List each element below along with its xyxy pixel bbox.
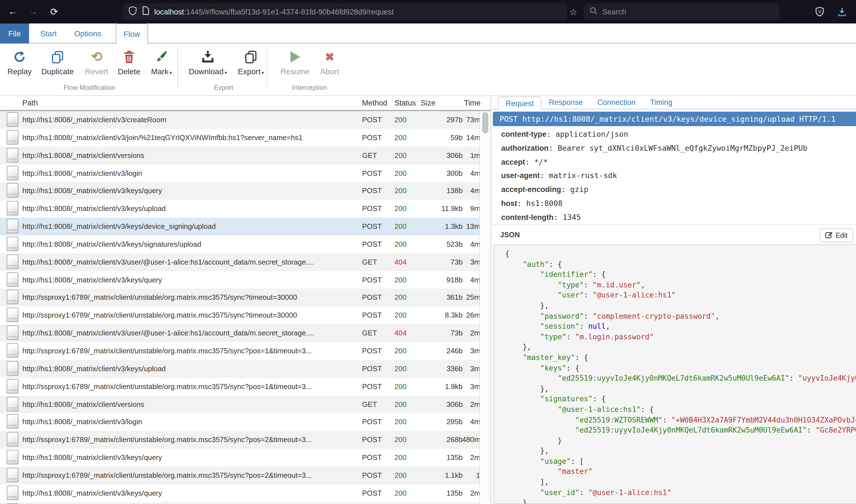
detail-tab-response[interactable]: Response xyxy=(542,96,590,109)
mark-button[interactable]: Mark▾ xyxy=(140,49,183,76)
request-first-line[interactable]: POST http://hs1:8008/_matrix/client/v3/k… xyxy=(493,112,856,126)
column-header-time[interactable]: Time xyxy=(447,99,480,107)
table-row[interactable]: http://ssproxy1:6789/_matrix/client/unst… xyxy=(0,342,479,360)
table-row[interactable]: http://ssproxy1:6789/_matrix/client/unst… xyxy=(0,307,479,325)
header-line[interactable]: accept: */* xyxy=(501,155,853,169)
abort-button[interactable]: ✖ Abort xyxy=(308,49,352,76)
cell-method: GET xyxy=(362,324,391,342)
export-button[interactable]: Export▾ xyxy=(229,49,273,76)
json-line: "user": "@user-1-alice:hs1" xyxy=(505,290,856,301)
table-row[interactable]: http://hs1:8008/_matrix/client/versions … xyxy=(0,395,479,413)
table-row[interactable]: http://hs1:8008/_matrix/client/v3/keys/q… xyxy=(0,182,479,200)
table-row[interactable]: http://ssproxy1:6789/_matrix/client/unst… xyxy=(0,431,479,449)
cell-time: 1ms xyxy=(447,146,484,164)
content-view-bar: JSON Edit xyxy=(491,225,856,245)
tracking-shield-icon[interactable] xyxy=(129,6,137,18)
flow-document-icon xyxy=(7,201,18,215)
table-row[interactable]: http://hs1:8008/_matrix/client/v3/user/@… xyxy=(0,253,479,271)
tab-file[interactable]: File xyxy=(0,23,29,43)
mark-label: Mark▾ xyxy=(151,67,172,76)
column-header-size[interactable]: Size xyxy=(421,99,435,107)
table-row[interactable]: http://hs1:8008/_matrix/client/v3/login … xyxy=(0,164,479,182)
svg-text:V: V xyxy=(818,9,821,14)
flow-detail-pane: RequestResponseConnectionTiming POST htt… xyxy=(491,96,856,504)
table-row[interactable]: http://ssproxy1:6789/_matrix/client/unst… xyxy=(0,467,479,484)
header-line[interactable]: host: hs1:8008 xyxy=(501,196,853,211)
flow-table-header[interactable]: Path Method Status Size Time xyxy=(0,96,491,111)
cell-time: 13ms xyxy=(447,218,484,236)
header-line[interactable]: content-length: 1345 xyxy=(501,210,853,224)
table-row[interactable]: http://hs1:8008/_matrix/client/v3/keys/q… xyxy=(0,271,479,289)
table-row[interactable]: http://hs1:8008/_matrix/client/v3/create… xyxy=(0,111,479,129)
cell-method: POST xyxy=(362,431,391,449)
table-row[interactable]: http://hs1:8008/_matrix/client/v3/keys/u… xyxy=(0,200,479,218)
column-header-status[interactable]: Status xyxy=(394,99,416,107)
tab-start[interactable]: Start xyxy=(36,23,62,43)
back-button[interactable]: ← xyxy=(4,0,21,23)
cell-time: 2ms xyxy=(447,324,484,342)
cell-time: 3ms xyxy=(447,253,484,271)
detail-tab-request[interactable]: Request xyxy=(498,96,542,110)
group-caption-interception: Interception xyxy=(292,84,327,92)
table-row[interactable]: http://hs1:8008/_matrix/client/versions … xyxy=(0,146,479,164)
json-line: "type": "m.login.password" xyxy=(505,332,856,342)
duplicate-button[interactable]: Duplicate xyxy=(36,49,79,76)
cell-time: 4ms xyxy=(447,271,484,289)
reload-button[interactable]: ⟳ xyxy=(46,0,63,23)
cell-method: POST xyxy=(362,467,391,484)
cell-path: http://ssproxy1:6789/_matrix/client/unst… xyxy=(22,467,358,484)
json-line: }, xyxy=(505,446,856,456)
bookmark-star-icon[interactable]: ☆ xyxy=(565,0,581,23)
search-bar[interactable]: Search xyxy=(584,3,780,20)
page-info-icon[interactable] xyxy=(142,6,149,17)
table-row[interactable]: http://ssproxy1:6789/_matrix/client/unst… xyxy=(0,378,479,395)
table-row[interactable]: http://hs1:8008/_matrix/client/v3/keys/q… xyxy=(0,449,479,467)
play-icon xyxy=(290,49,300,64)
table-row[interactable]: http://hs1:8008/_matrix/client/v3/keys/d… xyxy=(0,218,479,236)
trash-icon xyxy=(123,49,135,64)
replay-button[interactable]: Replay xyxy=(0,49,41,76)
table-row[interactable]: http://hs1:8008/_matrix/client/v3/keys/u… xyxy=(0,360,479,378)
detail-tab-connection[interactable]: Connection xyxy=(590,96,643,109)
json-body[interactable]: { "auth": { "identifier": { "type": "m.i… xyxy=(493,245,856,504)
forward-button[interactable]: → xyxy=(24,0,41,23)
url-bar[interactable]: localhost:1445/#/flows/fba5f13d-91e1-437… xyxy=(123,3,567,20)
edit-button[interactable]: Edit xyxy=(820,228,853,242)
table-row[interactable]: http://hs1:8008/_matrix/client/v3/keys/s… xyxy=(0,236,479,253)
tab-flow[interactable]: Flow xyxy=(116,23,148,44)
flow-document-icon xyxy=(7,414,18,429)
detail-tab-timing[interactable]: Timing xyxy=(643,96,680,109)
table-scrollbar[interactable] xyxy=(479,111,491,504)
cell-method: GET xyxy=(362,395,391,413)
table-row[interactable]: http://hs1:8008/_matrix/client/v3/join/%… xyxy=(0,129,479,147)
search-icon xyxy=(589,6,598,17)
cell-method: POST xyxy=(362,200,391,218)
table-row[interactable]: http://ssproxy1:6789/_matrix/client/unst… xyxy=(0,289,479,307)
column-header-path[interactable]: Path xyxy=(22,99,38,107)
cell-time: 14ms xyxy=(447,129,484,147)
table-row[interactable]: http://hs1:8008/_matrix/client/v3/keys/q… xyxy=(0,484,479,502)
table-row[interactable] xyxy=(0,502,479,504)
header-line[interactable]: user-agent: matrix-rust-sdk xyxy=(501,169,853,183)
scrollbar-thumb[interactable] xyxy=(482,112,489,133)
tab-options[interactable]: Options xyxy=(71,23,104,43)
table-row[interactable]: http://hs1:8008/_matrix/client/v3/user/@… xyxy=(0,324,479,342)
downloads-icon[interactable] xyxy=(834,0,851,23)
cell-path: http://hs1:8008/_matrix/client/v3/join/%… xyxy=(22,129,358,147)
abort-label: Abort xyxy=(321,67,339,76)
cell-method: POST xyxy=(362,307,391,325)
download-button[interactable]: Download▾ xyxy=(186,49,230,76)
column-header-method[interactable]: Method xyxy=(362,99,387,107)
json-line: "user_id": "@user-1-alice:hs1" xyxy=(505,488,856,498)
pocket-shield-icon[interactable]: V xyxy=(811,0,828,23)
download-label: Download▾ xyxy=(189,67,227,76)
header-line[interactable]: content-type: application/json xyxy=(501,127,853,141)
cell-method: POST xyxy=(362,342,391,360)
header-line[interactable]: authorization: Bearer syt_dXNlci0xLWFsaW… xyxy=(501,141,853,155)
cell-path: http://ssproxy1:6789/_matrix/client/unst… xyxy=(22,378,358,395)
group-caption-flow-modification: Flow Modification xyxy=(64,84,115,92)
json-line: "type": "m.id.user", xyxy=(505,280,856,290)
duplicate-icon xyxy=(51,49,64,64)
header-line[interactable]: accept-encoding: gzip xyxy=(501,182,853,196)
table-row[interactable]: http://hs1:8008/_matrix/client/v3/login … xyxy=(0,413,479,431)
